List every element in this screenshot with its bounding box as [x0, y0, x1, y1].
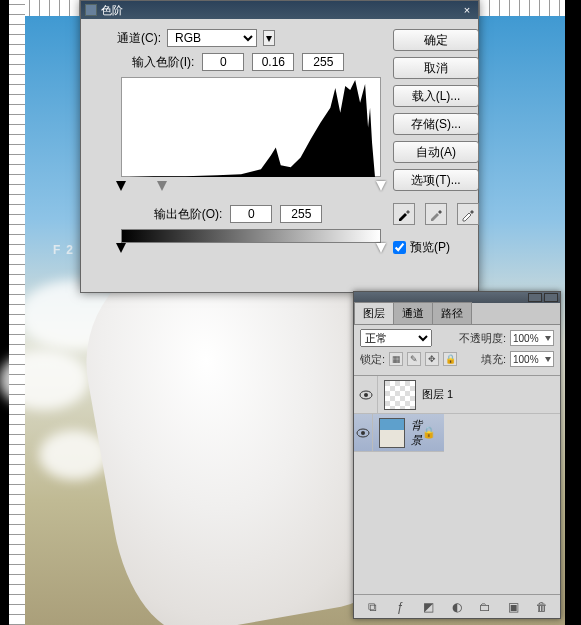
- mask-icon[interactable]: ◩: [420, 599, 438, 615]
- ruler-vertical: [9, 0, 25, 625]
- channel-select[interactable]: RGB: [167, 29, 257, 47]
- panel-close-icon[interactable]: [544, 293, 558, 302]
- layer-row[interactable]: 图层 1: [354, 376, 560, 414]
- black-eyedropper-icon[interactable]: [393, 203, 415, 225]
- panel-tabs: 图层 通道 路径: [354, 303, 560, 325]
- fx-icon[interactable]: ƒ: [391, 599, 409, 615]
- svg-point-3: [361, 431, 365, 435]
- preview-checkbox[interactable]: 预览(P): [393, 239, 479, 256]
- out-slider-white-handle[interactable]: [376, 243, 386, 253]
- panel-bottom-toolbar: ⧉ ƒ ◩ ◐ 🗀 ▣ 🗑: [354, 594, 560, 618]
- close-icon[interactable]: ×: [460, 4, 474, 16]
- brand-watermark: F2: [53, 243, 79, 257]
- svg-point-1: [364, 393, 368, 397]
- load-button[interactable]: 载入(L)...: [393, 85, 479, 107]
- input-slider[interactable]: [121, 183, 381, 197]
- preview-label: 预览(P): [410, 239, 450, 256]
- channel-dropdown-icon[interactable]: ▾: [263, 30, 275, 46]
- auto-button[interactable]: 自动(A): [393, 141, 479, 163]
- preview-checkbox-input[interactable]: [393, 241, 406, 254]
- link-layers-icon[interactable]: ⧉: [363, 599, 381, 615]
- input-gamma-field[interactable]: [252, 53, 294, 71]
- lock-image-icon[interactable]: ✎: [407, 352, 421, 366]
- gray-eyedropper-icon[interactable]: [425, 203, 447, 225]
- delete-layer-icon[interactable]: 🗑: [533, 599, 551, 615]
- adjustment-icon[interactable]: ◐: [448, 599, 466, 615]
- visibility-toggle[interactable]: [354, 376, 378, 414]
- tab-channels[interactable]: 通道: [393, 302, 433, 324]
- lock-label: 锁定:: [360, 352, 385, 367]
- lock-transparent-icon[interactable]: ▦: [389, 352, 403, 366]
- lock-all-icon[interactable]: 🔒: [443, 352, 457, 366]
- app-icon: [85, 4, 97, 16]
- lock-icon: 🔒: [422, 426, 436, 439]
- levels-dialog: 色阶 × 通道(C): RGB ▾ 输入色阶(I):: [80, 0, 479, 293]
- save-button[interactable]: 存储(S)...: [393, 113, 479, 135]
- layer-thumbnail[interactable]: [384, 380, 416, 410]
- layer-row[interactable]: 背景 🔒: [354, 414, 444, 452]
- layer-name[interactable]: 背景: [411, 418, 422, 448]
- output-black-field[interactable]: [230, 205, 272, 223]
- slider-black-handle[interactable]: [116, 181, 126, 191]
- new-layer-icon[interactable]: ▣: [505, 599, 523, 615]
- slider-gamma-handle[interactable]: [157, 181, 167, 191]
- histogram-display: [121, 77, 381, 177]
- lock-position-icon[interactable]: ✥: [425, 352, 439, 366]
- input-black-field[interactable]: [202, 53, 244, 71]
- tab-layers[interactable]: 图层: [354, 302, 394, 324]
- output-levels-label: 输出色阶(O):: [154, 206, 223, 223]
- minimize-icon[interactable]: [528, 293, 542, 302]
- dialog-title: 色阶: [101, 3, 123, 18]
- opacity-value[interactable]: 100%: [510, 330, 554, 346]
- output-gradient: [121, 229, 381, 243]
- opacity-label: 不透明度:: [459, 331, 506, 346]
- group-icon[interactable]: 🗀: [476, 599, 494, 615]
- input-white-field[interactable]: [302, 53, 344, 71]
- layers-panel: 图层 通道 路径 正常 不透明度: 100% 锁定: ▦ ✎ ✥ 🔒 填充: 1…: [353, 291, 561, 619]
- fill-label: 填充:: [481, 352, 506, 367]
- dialog-titlebar[interactable]: 色阶 ×: [81, 1, 478, 19]
- ok-button[interactable]: 确定: [393, 29, 479, 51]
- fill-value[interactable]: 100%: [510, 351, 554, 367]
- cancel-button[interactable]: 取消: [393, 57, 479, 79]
- visibility-toggle[interactable]: [354, 414, 373, 452]
- output-white-field[interactable]: [280, 205, 322, 223]
- blend-mode-select[interactable]: 正常: [360, 329, 432, 347]
- output-slider[interactable]: [121, 245, 381, 259]
- slider-white-handle[interactable]: [376, 181, 386, 191]
- layer-thumbnail[interactable]: [379, 418, 405, 448]
- layer-list: 图层 1 背景 🔒: [354, 375, 560, 452]
- layer-name[interactable]: 图层 1: [422, 387, 560, 402]
- out-slider-black-handle[interactable]: [116, 243, 126, 253]
- tab-paths[interactable]: 路径: [432, 302, 472, 324]
- white-eyedropper-icon[interactable]: [457, 203, 479, 225]
- channel-label: 通道(C):: [117, 30, 161, 47]
- input-levels-label: 输入色阶(I):: [132, 54, 195, 71]
- options-button[interactable]: 选项(T)...: [393, 169, 479, 191]
